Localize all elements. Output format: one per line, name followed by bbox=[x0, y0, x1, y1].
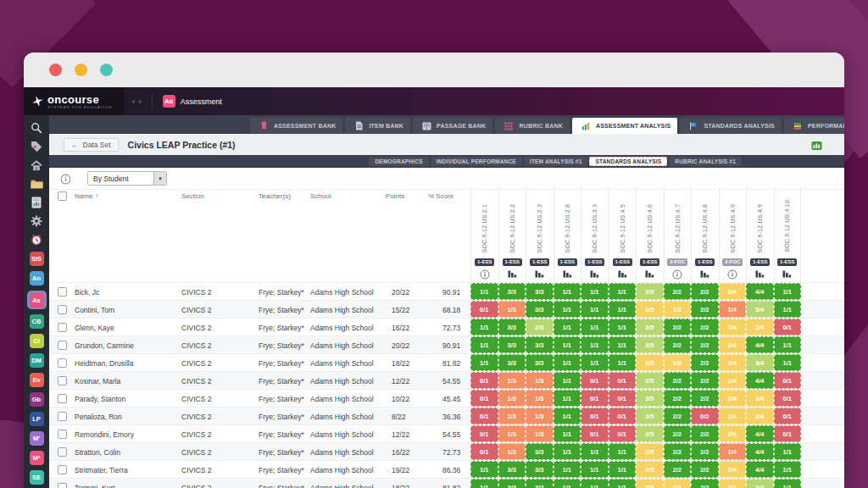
score-cell-soc-9-12-us-4-9[interactable]: 2/4 bbox=[719, 408, 747, 424]
score-cell-soc-9-12-us-2-8[interactable]: 1/1 bbox=[554, 408, 581, 424]
sidebar-app-lp[interactable]: LP bbox=[30, 412, 44, 426]
score-cell-soc-9-12-us-2-2[interactable]: 1/3 bbox=[498, 408, 526, 424]
score-cell-soc-9-12-us-2-1[interactable]: 0/1 bbox=[470, 372, 498, 389]
score-cell-soc-9-12-us-2-8[interactable]: 1/1 bbox=[554, 443, 581, 460]
score-cell-soc-9-12-us-4-5[interactable]: 1/1 bbox=[609, 301, 637, 318]
subtab-individual-performance[interactable]: INDIVIDUAL PERFORMANCE bbox=[431, 157, 522, 166]
score-cell-soc-9-12-us-2-1[interactable]: 0/1 bbox=[470, 443, 498, 460]
score-cell-soc-9-12-us-4-7[interactable]: 1/2 bbox=[664, 301, 692, 318]
score-cell-soc-9-12-us-4-10[interactable]: 0/1 bbox=[774, 425, 802, 442]
score-cell-soc-9-12-us-2-2[interactable]: 3/3 bbox=[498, 319, 526, 336]
score-cell-soc-9-12-us-3-3[interactable]: 0/1 bbox=[581, 390, 609, 407]
score-cell-soc-9-12-us-4-9[interactable]: 2/4 bbox=[719, 390, 747, 407]
column-header-section[interactable]: Section bbox=[181, 192, 204, 200]
subtab-standards-analysis[interactable]: STANDARDS ANALYSIS bbox=[589, 157, 667, 166]
score-cell-soc-9-12-us-2-8[interactable]: 1/1 bbox=[554, 479, 581, 488]
row-checkbox[interactable] bbox=[58, 447, 67, 457]
sidebar-app-an[interactable]: An bbox=[30, 271, 44, 286]
score-cell-soc-9-12-us-4-10[interactable]: 1/1 bbox=[774, 443, 802, 460]
clock-icon[interactable] bbox=[30, 233, 43, 247]
score-cell-soc-9-12-us-4-8[interactable]: 2/2 bbox=[691, 461, 719, 478]
subtab-rubric-analysis-1[interactable]: RUBRIC ANALYSIS #1 bbox=[669, 157, 742, 166]
sidebar-app-m[interactable]: M* bbox=[30, 451, 44, 465]
tab-item-bank[interactable]: ITEM BANK bbox=[345, 118, 410, 134]
score-cell-soc-9-12-us-4-6[interactable]: 3/5 bbox=[636, 372, 664, 389]
score-cell-soc-9-12-us-4-8[interactable]: 2/2 bbox=[691, 283, 719, 300]
row-checkbox[interactable] bbox=[58, 305, 67, 314]
score-cell-soc-9-12-us-2-2[interactable]: 1/3 bbox=[498, 425, 526, 442]
tab-rubric-bank[interactable]: RUBRIC BANK bbox=[495, 118, 570, 134]
score-cell-soc-9-12-us-2-2[interactable]: 1/3 bbox=[498, 390, 526, 407]
score-cell-soc-9-12-us-4-8[interactable]: 2/2 bbox=[691, 336, 719, 353]
score-cell-soc-9-12-us-2-2[interactable]: 1/3 bbox=[498, 372, 526, 389]
home-icon[interactable] bbox=[30, 158, 43, 172]
sidebar-app-m[interactable]: M' bbox=[30, 431, 44, 446]
back-to-dataset-button[interactable]: ← Data Set bbox=[64, 138, 119, 152]
tab-performance-bands[interactable]: PERFORMANCE BANDS bbox=[784, 118, 844, 134]
group-by-select[interactable]: By Student ▾ bbox=[87, 171, 167, 186]
score-cell-soc-9-12-us-2-8[interactable]: 1/1 bbox=[554, 336, 581, 353]
score-cell-soc-9-12-us-4-10[interactable]: 0/1 bbox=[774, 408, 802, 424]
column-chart-icon[interactable] bbox=[533, 269, 547, 280]
nav-forward-icon[interactable]: › bbox=[138, 97, 141, 106]
score-cell-soc-9-12-us-2-1[interactable]: 1/1 bbox=[470, 283, 498, 300]
score-cell-soc-9-12-us-4-6[interactable]: 3/5 bbox=[636, 283, 664, 300]
score-cell-soc-9-12-us-2-3[interactable]: 1/3 bbox=[526, 408, 554, 424]
score-cell-soc-9-12-us-2-1[interactable]: 0/1 bbox=[470, 301, 498, 318]
tab-assessment-analysis[interactable]: ASSESSMENT ANALYSIS bbox=[572, 118, 677, 134]
score-cell-soc-9-12-us-3-3[interactable]: 1/1 bbox=[581, 461, 609, 478]
score-cell-soc-9-12-us-3-3[interactable]: 1/1 bbox=[581, 336, 609, 353]
score-cell-soc-9-12-us-2-2[interactable]: 3/3 bbox=[498, 354, 526, 371]
score-cell-soc-9-12-us-4-9[interactable]: 4/4 bbox=[746, 283, 774, 300]
score-cell-soc-9-12-us-4-9[interactable]: 4/4 bbox=[746, 461, 774, 478]
score-cell-soc-9-12-us-4-6[interactable]: 2/5 bbox=[636, 461, 664, 478]
score-cell-soc-9-12-us-4-9[interactable]: 2/4 bbox=[719, 336, 747, 353]
score-cell-soc-9-12-us-4-8[interactable]: 2/2 bbox=[691, 425, 719, 442]
score-cell-soc-9-12-us-4-9[interactable]: 2/4 bbox=[719, 354, 747, 371]
score-cell-soc-9-12-us-2-8[interactable]: 1/1 bbox=[554, 390, 581, 407]
score-cell-soc-9-12-us-4-5[interactable]: 1/1 bbox=[609, 461, 637, 478]
column-header-name[interactable]: Name↑ bbox=[75, 192, 98, 200]
score-cell-soc-9-12-us-4-10[interactable]: 0/1 bbox=[774, 372, 802, 389]
score-cell-soc-9-12-us-4-5[interactable]: 1/1 bbox=[609, 479, 637, 488]
score-cell-soc-9-12-us-4-6[interactable]: 2/5 bbox=[636, 443, 664, 460]
score-cell-soc-9-12-us-4-10[interactable]: 1/1 bbox=[774, 354, 802, 371]
score-cell-soc-9-12-us-4-9[interactable]: 3/4 bbox=[746, 354, 774, 371]
score-cell-soc-9-12-us-4-5[interactable]: 1/1 bbox=[609, 354, 637, 371]
score-cell-soc-9-12-us-4-8[interactable]: 2/2 bbox=[691, 443, 719, 460]
score-cell-soc-9-12-us-4-10[interactable]: 0/1 bbox=[774, 390, 802, 407]
score-cell-soc-9-12-us-4-7[interactable]: 2/2 bbox=[664, 283, 692, 300]
score-cell-soc-9-12-us-2-3[interactable]: 3/3 bbox=[526, 443, 554, 460]
score-cell-soc-9-12-us-4-6[interactable]: 2/5 bbox=[636, 301, 664, 318]
score-cell-soc-9-12-us-2-8[interactable]: 1/1 bbox=[554, 461, 581, 478]
sidebar-app-ci[interactable]: CI bbox=[30, 334, 44, 348]
score-cell-soc-9-12-us-2-8[interactable]: 1/1 bbox=[554, 372, 581, 389]
row-checkbox[interactable] bbox=[58, 323, 67, 332]
column-header-teacher-s[interactable]: Teacher(s) bbox=[259, 192, 291, 200]
close-button[interactable] bbox=[49, 64, 62, 76]
score-cell-soc-9-12-us-4-8[interactable]: 0/2 bbox=[691, 408, 719, 424]
score-cell-soc-9-12-us-4-7[interactable]: 2/2 bbox=[664, 408, 692, 424]
sidebar-app-se[interactable]: SE bbox=[30, 470, 44, 485]
column-chart-icon[interactable] bbox=[588, 269, 602, 280]
score-cell-soc-9-12-us-4-6[interactable]: 3/5 bbox=[636, 408, 664, 424]
row-checkbox[interactable] bbox=[58, 376, 67, 385]
column-header-score[interactable]: % Score bbox=[428, 192, 453, 200]
score-cell-soc-9-12-us-4-6[interactable]: 3/5 bbox=[636, 390, 664, 407]
score-cell-soc-9-12-us-4-8[interactable]: 2/2 bbox=[691, 319, 719, 336]
score-cell-soc-9-12-us-3-3[interactable]: 1/1 bbox=[581, 443, 609, 460]
score-cell-soc-9-12-us-2-2[interactable]: 1/3 bbox=[498, 443, 526, 460]
score-cell-soc-9-12-us-4-9[interactable]: 2/4 bbox=[746, 408, 774, 424]
score-cell-soc-9-12-us-4-5[interactable]: 1/1 bbox=[609, 336, 637, 353]
score-cell-soc-9-12-us-2-2[interactable]: 1/3 bbox=[498, 301, 526, 318]
score-cell-soc-9-12-us-2-3[interactable]: 1/3 bbox=[526, 390, 554, 407]
score-cell-soc-9-12-us-4-8[interactable]: 2/2 bbox=[691, 372, 719, 389]
column-header-points[interactable]: Points bbox=[386, 192, 404, 200]
column-chart-icon[interactable] bbox=[505, 269, 519, 280]
sidebar-app-sis[interactable]: SIS bbox=[30, 252, 44, 266]
score-cell-soc-9-12-us-4-8[interactable]: 2/2 bbox=[691, 301, 719, 318]
select-all-checkbox[interactable] bbox=[58, 191, 67, 201]
score-cell-soc-9-12-us-4-5[interactable]: 0/1 bbox=[609, 408, 637, 424]
score-cell-soc-9-12-us-4-8[interactable]: 2/2 bbox=[691, 390, 719, 407]
score-cell-soc-9-12-us-4-5[interactable]: 0/1 bbox=[609, 390, 637, 407]
